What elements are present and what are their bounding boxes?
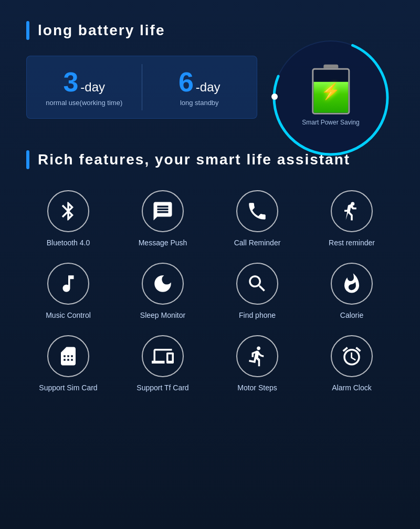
stat-block-6day: 6 -day long standby — [142, 56, 257, 118]
calorie-icon — [331, 263, 373, 305]
feature-label-call: Call Reminder — [234, 238, 281, 247]
feature-item-simcard: Support Sim Card — [26, 335, 110, 392]
battery-title: long battery life — [38, 22, 165, 39]
battery-stats: 3 -day normal use(working time) 6 -day l… — [26, 56, 257, 119]
feature-item-rest: Rest reminder — [310, 190, 394, 247]
feature-item-bluetooth: Bluetooth 4.0 — [26, 190, 110, 247]
feature-item-call: Call Reminder — [215, 190, 299, 247]
battery-circle-wrapper: ⚡ Smart Power Saving — [268, 35, 394, 161]
feature-label-alarm: Alarm Clock — [332, 383, 371, 392]
alarm-icon — [331, 335, 373, 377]
message-icon — [142, 190, 184, 232]
feature-label-simcard: Support Sim Card — [39, 383, 97, 392]
feature-item-tfcard: Support Tf Card — [121, 335, 205, 392]
features-grid: Bluetooth 4.0Message PushCall Reminder R… — [26, 190, 394, 392]
call-icon — [236, 190, 278, 232]
feature-label-music: Music Control — [46, 311, 91, 319]
feature-item-findphone: Find phone — [215, 263, 299, 319]
simcard-icon — [47, 335, 89, 377]
stat1-number: 3 — [63, 68, 78, 96]
feature-label-bluetooth: Bluetooth 4.0 — [47, 238, 90, 247]
steps-icon — [236, 335, 278, 377]
feature-label-calorie: Calorie — [340, 311, 363, 319]
stat2-number: 6 — [178, 68, 194, 96]
feature-label-sleep: Sleep Monitor — [140, 311, 185, 319]
feature-label-steps: Motor Steps — [237, 383, 277, 392]
bluetooth-icon — [47, 190, 89, 232]
tfcard-icon — [142, 335, 184, 377]
music-icon — [47, 263, 89, 305]
page-container: long battery life 3 -day normal use(work… — [0, 0, 420, 529]
sleep-icon — [142, 263, 184, 305]
blue-bar-features — [26, 150, 29, 169]
feature-item-steps: Motor Steps — [215, 335, 299, 392]
feature-item-alarm: Alarm Clock — [310, 335, 394, 392]
battery-content: 3 -day normal use(working time) 6 -day l… — [26, 56, 394, 119]
smart-power-label: Smart Power Saving — [302, 119, 359, 126]
battery-icon-container: ⚡ Smart Power Saving — [302, 65, 359, 126]
feature-label-message: Message Push — [139, 238, 187, 247]
feature-label-findphone: Find phone — [239, 311, 276, 319]
feature-item-calorie: Calorie — [310, 263, 394, 319]
feature-item-music: Music Control — [26, 263, 110, 319]
svg-point-2 — [271, 94, 278, 100]
feature-label-rest: Rest reminder — [329, 238, 375, 247]
stat2-label: long standby — [180, 99, 219, 107]
feature-item-sleep: Sleep Monitor — [121, 263, 205, 319]
feature-label-tfcard: Support Tf Card — [136, 383, 188, 392]
feature-item-message: Message Push — [121, 190, 205, 247]
blue-bar-battery — [26, 21, 29, 40]
features-section: Rich features, your smart life assistant… — [26, 150, 394, 392]
stat1-label: normal use(working time) — [46, 99, 122, 107]
rest-icon — [331, 190, 373, 232]
battery-section: long battery life 3 -day normal use(work… — [26, 21, 394, 119]
stat2-unit: -day — [196, 80, 220, 95]
findphone-icon — [236, 263, 278, 305]
stat1-unit: -day — [80, 80, 105, 95]
stat-block-3day: 3 -day normal use(working time) — [27, 56, 142, 118]
